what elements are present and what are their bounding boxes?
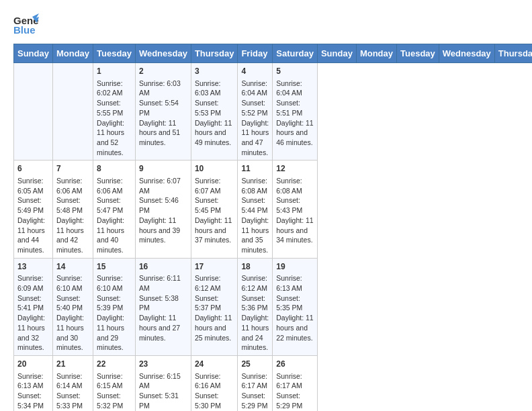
sunset-text: Sunset: 5:55 PM <box>97 99 123 117</box>
calendar-cell: 17Sunrise: 6:12 AMSunset: 5:37 PMDayligh… <box>191 258 238 355</box>
sunset-text: Sunset: 5:51 PM <box>276 99 302 117</box>
sunrise-text: Sunrise: 6:07 AM <box>195 177 221 195</box>
day-header-saturday: Saturday <box>273 44 318 63</box>
sunrise-text: Sunrise: 6:10 AM <box>56 274 83 292</box>
page-header: General Blue <box>13 13 519 37</box>
sunrise-text: Sunrise: 6:03 AM <box>195 79 221 97</box>
daylight-text: Daylight: 11 hours and 24 minutes. <box>241 314 269 351</box>
sunset-text: Sunset: 5:52 PM <box>241 99 267 117</box>
calendar-table: SundayMondayTuesdayWednesdayThursdayFrid… <box>13 44 532 411</box>
day-header-tuesday: Tuesday <box>397 44 439 63</box>
calendar-cell: 21Sunrise: 6:14 AMSunset: 5:33 PMDayligh… <box>52 355 93 411</box>
sunset-text: Sunset: 5:41 PM <box>17 294 44 312</box>
daylight-text: Daylight: 11 hours and 30 minutes. <box>56 314 84 351</box>
calendar-cell: 9Sunrise: 6:07 AMSunset: 5:46 PMDaylight… <box>135 161 191 258</box>
sunset-text: Sunset: 5:31 PM <box>139 392 179 410</box>
day-number: 4 <box>241 66 269 77</box>
day-number: 21 <box>56 359 89 370</box>
sunset-text: Sunset: 5:30 PM <box>195 392 221 410</box>
sunset-text: Sunset: 5:44 PM <box>241 196 267 214</box>
day-header-thursday: Thursday <box>191 44 238 63</box>
calendar-cell: 7Sunrise: 6:06 AMSunset: 5:48 PMDaylight… <box>52 161 93 258</box>
sunset-text: Sunset: 5:36 PM <box>241 294 267 312</box>
daylight-text: Daylight: 11 hours and 35 minutes. <box>241 216 269 254</box>
day-number: 7 <box>56 163 89 175</box>
day-number: 19 <box>276 261 314 273</box>
day-header-tuesday: Tuesday <box>93 44 136 63</box>
sunset-text: Sunset: 5:49 PM <box>17 196 44 214</box>
sunrise-text: Sunrise: 6:05 AM <box>17 177 44 195</box>
daylight-text: Daylight: 11 hours and 22 minutes. <box>276 314 313 341</box>
daylight-text: Daylight: 11 hours and 25 minutes. <box>195 314 232 341</box>
sunset-text: Sunset: 5:48 PM <box>56 196 83 214</box>
sunset-text: Sunset: 5:29 PM <box>241 392 267 410</box>
day-header-monday: Monday <box>52 44 93 63</box>
day-header-wednesday: Wednesday <box>439 44 494 63</box>
sunrise-text: Sunrise: 6:15 AM <box>97 372 123 390</box>
daylight-text: Daylight: 11 hours and 46 minutes. <box>276 119 313 146</box>
sunrise-text: Sunrise: 6:11 AM <box>139 274 181 292</box>
day-number: 13 <box>17 261 49 273</box>
sunrise-text: Sunrise: 6:09 AM <box>17 274 44 292</box>
calendar-cell: 11Sunrise: 6:08 AMSunset: 5:44 PMDayligh… <box>238 161 273 258</box>
calendar-header-row: SundayMondayTuesdayWednesdayThursdayFrid… <box>14 44 533 63</box>
day-number: 11 <box>241 163 269 175</box>
sunrise-text: Sunrise: 6:12 AM <box>195 274 221 292</box>
sunset-text: Sunset: 5:54 PM <box>139 99 179 117</box>
sunset-text: Sunset: 5:35 PM <box>276 294 302 312</box>
sunrise-text: Sunrise: 6:08 AM <box>241 177 267 195</box>
calendar-cell: 26Sunrise: 6:17 AMSunset: 5:29 PMDayligh… <box>273 355 318 411</box>
calendar-week-row: 6Sunrise: 6:05 AMSunset: 5:49 PMDaylight… <box>14 161 533 258</box>
day-header-sunday: Sunday <box>14 44 53 63</box>
day-number: 12 <box>276 163 314 175</box>
daylight-text: Daylight: 11 hours and 27 minutes. <box>139 314 180 341</box>
calendar-cell: 4Sunrise: 6:04 AMSunset: 5:52 PMDaylight… <box>238 63 273 161</box>
day-number: 10 <box>195 163 234 175</box>
sunrise-text: Sunrise: 6:13 AM <box>17 372 44 390</box>
calendar-week-row: 13Sunrise: 6:09 AMSunset: 5:41 PMDayligh… <box>14 258 533 355</box>
calendar-week-row: 1Sunrise: 6:02 AMSunset: 5:55 PMDaylight… <box>14 63 533 161</box>
calendar-cell: 3Sunrise: 6:03 AMSunset: 5:53 PMDaylight… <box>191 63 238 161</box>
sunrise-text: Sunrise: 6:02 AM <box>97 79 123 97</box>
sunset-text: Sunset: 5:40 PM <box>56 294 83 312</box>
day-header-thursday: Thursday <box>494 44 532 63</box>
calendar-cell: 16Sunrise: 6:11 AMSunset: 5:38 PMDayligh… <box>135 258 191 355</box>
calendar-cell: 10Sunrise: 6:07 AMSunset: 5:45 PMDayligh… <box>191 161 238 258</box>
sunset-text: Sunset: 5:34 PM <box>17 392 44 410</box>
logo: General Blue <box>13 13 39 37</box>
daylight-text: Daylight: 11 hours and 44 minutes. <box>17 216 45 254</box>
day-number: 26 <box>276 359 314 370</box>
daylight-text: Daylight: 11 hours and 37 minutes. <box>195 216 232 244</box>
calendar-cell: 25Sunrise: 6:17 AMSunset: 5:29 PMDayligh… <box>238 355 273 411</box>
calendar-cell <box>52 63 93 161</box>
day-number: 5 <box>276 66 314 77</box>
calendar-cell <box>14 63 53 161</box>
sunrise-text: Sunrise: 6:10 AM <box>97 274 123 292</box>
day-header-monday: Monday <box>356 44 396 63</box>
calendar-cell: 14Sunrise: 6:10 AMSunset: 5:40 PMDayligh… <box>52 258 93 355</box>
calendar-cell: 22Sunrise: 6:15 AMSunset: 5:32 PMDayligh… <box>93 355 136 411</box>
day-number: 2 <box>139 66 187 77</box>
daylight-text: Daylight: 11 hours and 40 minutes. <box>97 216 124 254</box>
day-number: 8 <box>97 163 132 175</box>
day-number: 14 <box>56 261 89 273</box>
daylight-text: Daylight: 11 hours and 42 minutes. <box>56 216 84 254</box>
daylight-text: Daylight: 11 hours and 52 minutes. <box>97 119 124 156</box>
day-number: 17 <box>195 261 234 273</box>
svg-text:Blue: Blue <box>13 24 36 36</box>
calendar-cell: 20Sunrise: 6:13 AMSunset: 5:34 PMDayligh… <box>14 355 53 411</box>
daylight-text: Daylight: 11 hours and 29 minutes. <box>97 314 124 351</box>
calendar-week-row: 20Sunrise: 6:13 AMSunset: 5:34 PMDayligh… <box>14 355 533 411</box>
calendar-cell: 18Sunrise: 6:12 AMSunset: 5:36 PMDayligh… <box>238 258 273 355</box>
day-number: 22 <box>97 359 132 370</box>
sunrise-text: Sunrise: 6:17 AM <box>241 372 267 390</box>
sunset-text: Sunset: 5:47 PM <box>97 196 123 214</box>
sunrise-text: Sunrise: 6:12 AM <box>241 274 267 292</box>
calendar-cell: 23Sunrise: 6:15 AMSunset: 5:31 PMDayligh… <box>135 355 191 411</box>
daylight-text: Daylight: 11 hours and 47 minutes. <box>241 119 269 156</box>
calendar-cell: 5Sunrise: 6:04 AMSunset: 5:51 PMDaylight… <box>273 63 318 161</box>
day-number: 6 <box>17 163 49 175</box>
day-header-sunday: Sunday <box>317 44 356 63</box>
daylight-text: Daylight: 11 hours and 49 minutes. <box>195 119 232 146</box>
sunrise-text: Sunrise: 6:08 AM <box>276 177 302 195</box>
